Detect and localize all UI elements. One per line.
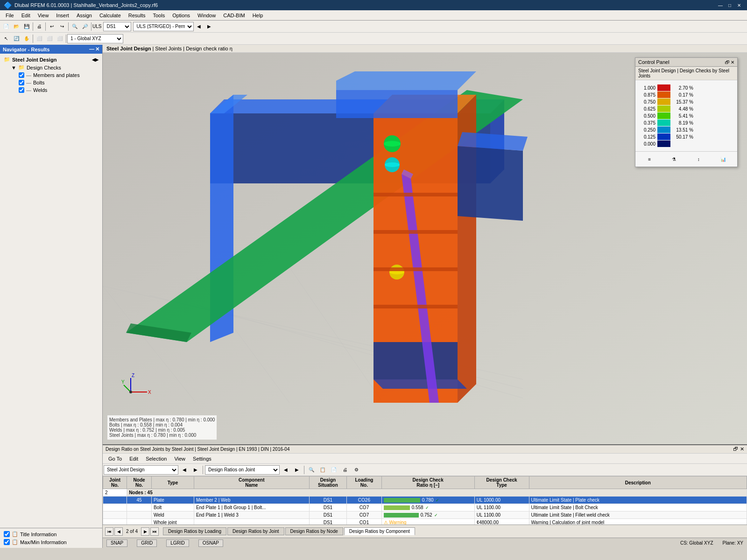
title-info-icon: 📋	[12, 531, 18, 537]
prev-load-btn[interactable]: ◀	[194, 21, 204, 32]
nav-title-info[interactable]: 📋 Title Information	[2, 530, 100, 538]
cp-close-btn[interactable]: ✕	[731, 60, 734, 65]
svg-marker-21	[336, 90, 458, 118]
case-dropdown[interactable]: Steel Joint Design	[104, 465, 178, 475]
table-row[interactable]: Weld End Plate 1 | Weld 3 DS1 CO7 0.752 …	[103, 511, 747, 519]
menu-item-edit[interactable]: Edit	[18, 12, 34, 19]
snap-toggle[interactable]: SNAP	[106, 539, 127, 547]
dash3-icon: —	[26, 87, 31, 93]
results-close-btn[interactable]: ✕	[740, 446, 744, 452]
new-btn[interactable]: 📄	[1, 21, 11, 32]
filter-btn[interactable]: 🔍	[306, 465, 317, 475]
cp-export-btn[interactable]: 📊	[718, 154, 729, 165]
tab-node[interactable]: Design Ratios by Node	[285, 527, 343, 535]
title-info-checkbox[interactable]	[4, 531, 10, 537]
menu-item-calculate[interactable]: Calculate	[96, 12, 125, 19]
view-menu[interactable]: View	[170, 455, 189, 462]
next-load-btn[interactable]: ▶	[204, 21, 214, 32]
table-row[interactable]: 45 Plate Member 2 | Web DS1 CO26 0.780 ✓…	[103, 497, 747, 504]
maximize-button[interactable]: □	[726, 1, 734, 9]
welds-checkbox[interactable]	[19, 87, 24, 93]
prev-case-btn[interactable]: ◀	[179, 465, 190, 475]
edit-menu[interactable]: Edit	[126, 455, 142, 462]
svg-text:Y: Y	[121, 379, 125, 385]
menu-item-window[interactable]: Window	[194, 12, 219, 19]
nav-close-btn[interactable]: ✕	[95, 46, 99, 52]
menu-item-options[interactable]: Options	[169, 12, 194, 19]
undo-btn[interactable]: ↩	[47, 21, 57, 32]
zoom-out-btn[interactable]: 🔎	[80, 21, 90, 32]
members-plates-checkbox[interactable]	[19, 72, 24, 78]
minimize-button[interactable]: —	[716, 1, 725, 9]
tab-joint[interactable]: Design Ratios by Joint	[227, 527, 284, 535]
grid-toggle[interactable]: GRID	[137, 539, 157, 547]
tab-loading[interactable]: Design Ratios by Loading	[163, 527, 226, 535]
nav-arrows[interactable]: ◀▶	[92, 57, 99, 62]
scale-swatch-6	[657, 126, 670, 133]
zoom-in-btn[interactable]: 🔍	[70, 21, 80, 32]
first-page-btn[interactable]: ⏮	[105, 527, 113, 536]
nav-minimize-btn[interactable]: —	[89, 46, 94, 52]
close-button[interactable]: ✕	[735, 1, 743, 9]
nav-members-plates[interactable]: — Members and plates	[17, 71, 100, 79]
print-btn[interactable]: 🖨	[34, 21, 44, 32]
table-row[interactable]: Bolt End Plate 1 | Bolt Group 1 | Bolt..…	[103, 504, 747, 511]
view-plane-dropdown[interactable]: 1 - Global XYZ	[67, 34, 123, 43]
nav-bolts[interactable]: — Bolts	[17, 79, 100, 86]
menu-item-cad-bim[interactable]: CAD-BIM	[219, 12, 248, 19]
next-result-btn[interactable]: ▶	[292, 465, 302, 475]
cp-filter-btn[interactable]: ⚗	[669, 154, 680, 165]
settings-result-btn[interactable]: ⚙	[351, 465, 361, 475]
nav-maxmin-info[interactable]: 📋 Max/Min Information	[2, 538, 100, 546]
menu-item-file[interactable]: File	[2, 12, 18, 19]
menu-item-help[interactable]: Help	[249, 12, 267, 19]
prev-page-btn[interactable]: ◀	[114, 527, 123, 536]
last-page-btn[interactable]: ⏭	[150, 527, 159, 536]
table-row[interactable]: 2 Nodes : 45	[103, 489, 747, 497]
menu-item-results[interactable]: Results	[125, 12, 149, 19]
3d-viewport[interactable]: Front Top Right X Y Z Membe	[103, 53, 747, 444]
status-line-4: Steel Joints | max η : 0.780 | min η : 0…	[109, 433, 215, 438]
load-combo-dropdown[interactable]: DS1	[103, 22, 131, 31]
redo-btn[interactable]: ↪	[57, 21, 67, 32]
cp-sort-btn[interactable]: ↕	[693, 154, 704, 165]
bolts-checkbox[interactable]	[19, 80, 24, 85]
maxmin-info-checkbox[interactable]	[4, 539, 10, 545]
nav-design-checks[interactable]: ▼ 📁 Design Checks	[9, 63, 100, 71]
view-top-btn[interactable]: ⬜	[44, 34, 55, 44]
osnap-toggle[interactable]: OSNAP	[198, 539, 223, 547]
compass: X Y Z	[121, 369, 159, 407]
lgrid-toggle[interactable]: LGRID	[166, 539, 189, 547]
cp-table-btn[interactable]: ≡	[644, 154, 655, 165]
nav-steel-joint-design[interactable]: 📁 Steel Joint Design ◀▶	[2, 56, 100, 63]
goto-menu[interactable]: Go To	[105, 455, 126, 462]
save-btn[interactable]: 💾	[21, 21, 32, 32]
settings-menu[interactable]: Settings	[189, 455, 215, 462]
view-front-btn[interactable]: ⬜	[34, 34, 44, 44]
export-excel-btn[interactable]: 📋	[317, 465, 328, 475]
menu-item-insert[interactable]: Insert	[52, 12, 73, 19]
next-page-btn[interactable]: ▶	[141, 527, 149, 536]
menu-item-tools[interactable]: Tools	[149, 12, 169, 19]
results-data-table: JointNo. NodeNo. Type ComponentName Desi…	[103, 476, 747, 525]
open-btn[interactable]: 📂	[11, 21, 21, 32]
status-line-3: Welds | max η : 0.752 | min η : 0.005	[109, 427, 215, 433]
tab-component[interactable]: Design Ratios by Component	[344, 527, 415, 535]
pan-btn[interactable]: ✋	[21, 34, 32, 44]
result-type-dropdown[interactable]: Design Ratios on Joint	[205, 465, 280, 475]
results-restore-btn[interactable]: 🗗	[733, 446, 738, 452]
selection-menu[interactable]: Selection	[142, 455, 170, 462]
rotate-btn[interactable]: 🔄	[11, 34, 21, 44]
select-btn[interactable]: ↖	[1, 34, 11, 44]
nav-welds[interactable]: — Welds	[17, 86, 100, 94]
view-3d-btn[interactable]: ⬜	[55, 34, 65, 44]
table-row[interactable]: Whole joint DS1 CO1 ⚠ Warning ¢48000.00 …	[103, 519, 747, 525]
menu-item-view[interactable]: View	[34, 12, 53, 19]
cp-restore-btn[interactable]: 🗗	[725, 60, 730, 65]
prev-result-btn[interactable]: ◀	[281, 465, 291, 475]
menu-item-assign[interactable]: Assign	[73, 12, 96, 19]
next-case-btn[interactable]: ▶	[190, 465, 201, 475]
export-pdf-btn[interactable]: 📄	[329, 465, 339, 475]
load-type-dropdown[interactable]: ULS (STR/GEO) - Perma...	[133, 22, 194, 31]
print-result-btn[interactable]: 🖨	[340, 465, 350, 475]
